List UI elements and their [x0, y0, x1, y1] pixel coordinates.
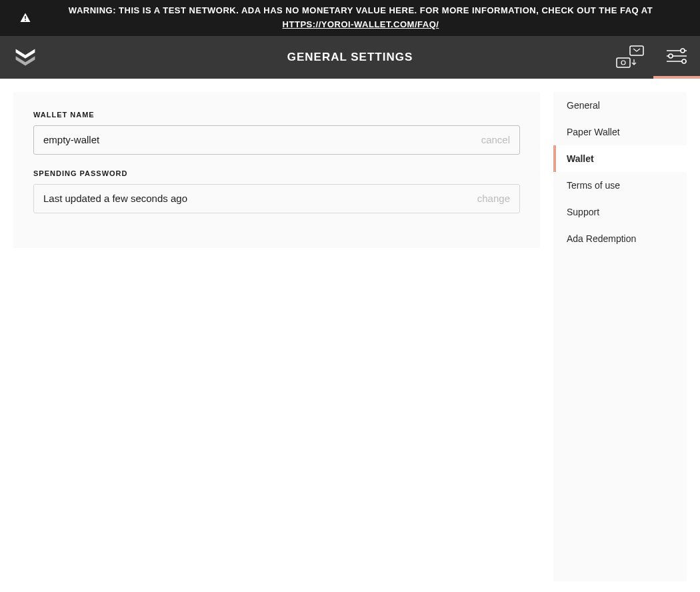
spending-password-value: Last updated a few seconds ago: [43, 193, 477, 204]
sidebar-item-ada-redemption[interactable]: Ada Redemption: [553, 225, 687, 252]
warning-faq-link[interactable]: HTTPS://YOROI-WALLET.COM/FAQ/: [283, 19, 439, 29]
spending-password-field-group: SPENDING PASSWORD Last updated a few sec…: [33, 169, 520, 213]
spending-password-label: SPENDING PASSWORD: [33, 169, 520, 177]
wallet-name-input[interactable]: [43, 134, 481, 145]
spending-password-change-button[interactable]: change: [477, 193, 510, 204]
content-wrapper: WALLET NAME cancel SPENDING PASSWORD Las…: [0, 79, 700, 592]
wallet-name-label: WALLET NAME: [33, 111, 520, 119]
svg-rect-0: [25, 16, 26, 19]
wallet-name-field-group: WALLET NAME cancel: [33, 111, 520, 155]
yoroi-logo-icon: [13, 45, 37, 69]
svg-point-8: [669, 54, 673, 58]
svg-rect-2: [630, 46, 643, 55]
app-header: GENERAL SETTINGS: [0, 36, 700, 79]
sidebar-item-general[interactable]: General: [553, 92, 687, 119]
sliders-icon: [665, 47, 688, 65]
header-icons: [607, 36, 700, 79]
warning-message: WARNING: THIS IS A TEST NETWORK. ADA HAS…: [69, 5, 653, 15]
logo[interactable]: [13, 45, 37, 69]
warning-text: WARNING: THIS IS A TEST NETWORK. ADA HAS…: [41, 4, 681, 32]
wallets-icon-button[interactable]: [607, 36, 653, 79]
svg-rect-3: [617, 58, 630, 67]
warning-banner: WARNING: THIS IS A TEST NETWORK. ADA HAS…: [0, 0, 700, 36]
warning-triangle-icon: [19, 12, 31, 24]
settings-card: WALLET NAME cancel SPENDING PASSWORD Las…: [13, 92, 540, 248]
settings-sidebar: General Paper Wallet Wallet Terms of use…: [553, 92, 687, 581]
sidebar-item-support[interactable]: Support: [553, 199, 687, 225]
wallets-icon: [615, 45, 645, 70]
settings-icon-button[interactable]: [653, 36, 700, 79]
wallet-name-cancel-button[interactable]: cancel: [481, 134, 510, 145]
sidebar-item-terms-of-use[interactable]: Terms of use: [553, 172, 687, 199]
svg-point-4: [621, 61, 625, 65]
page-title: GENERAL SETTINGS: [287, 51, 413, 64]
wallet-name-box[interactable]: cancel: [33, 125, 520, 155]
spending-password-box[interactable]: Last updated a few seconds ago change: [33, 184, 520, 213]
svg-point-10: [682, 59, 686, 63]
svg-point-6: [681, 49, 685, 53]
sidebar-item-wallet[interactable]: Wallet: [553, 145, 687, 172]
svg-rect-1: [25, 20, 26, 21]
sidebar-item-paper-wallet[interactable]: Paper Wallet: [553, 119, 687, 145]
